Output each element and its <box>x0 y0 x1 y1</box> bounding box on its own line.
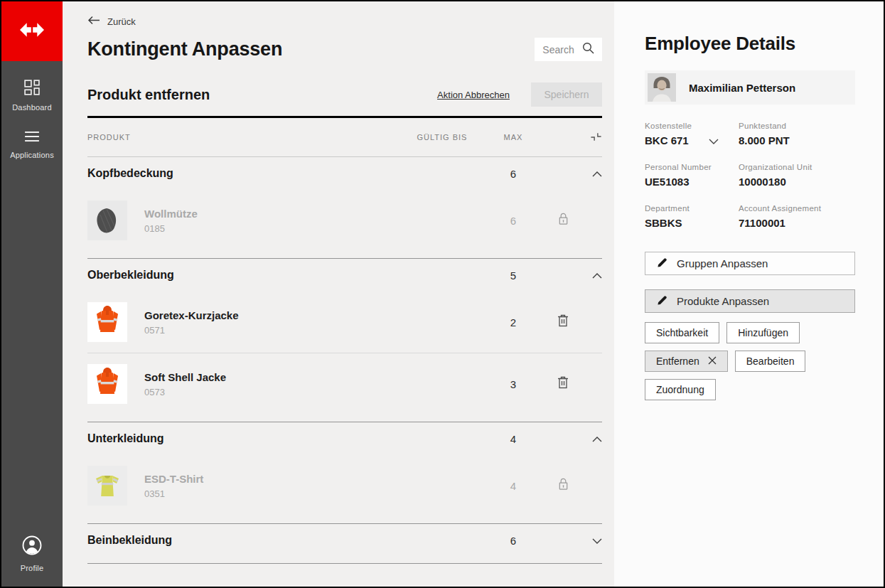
product-code: 0351 <box>144 488 203 499</box>
sbb-logo[interactable] <box>1 1 63 61</box>
section-header: Produkt entfernen Aktion Abbrechen Speic… <box>87 82 602 118</box>
product-image-wollmuetze <box>87 201 127 240</box>
zuordnung-button[interactable]: Zuordnung <box>645 379 716 400</box>
product-group-kopfbedeckung: Kopfbedeckung 6 Wollm <box>87 157 602 258</box>
sidebar-item-dashboard[interactable]: Dashboard <box>12 80 52 112</box>
pencil-icon <box>657 257 667 270</box>
product-max-value: 3 <box>485 378 542 390</box>
group-name: Beinbekleidung <box>87 534 399 547</box>
applications-icon <box>24 130 40 146</box>
group-name: Oberbekleidung <box>87 269 399 282</box>
back-link[interactable]: Zurück <box>87 16 136 27</box>
group-header[interactable]: Kopfbedeckung 6 <box>87 157 602 190</box>
search-icon <box>582 42 594 57</box>
produkte-anpassen-button[interactable]: Produkte Anpassen <box>645 289 855 313</box>
field-organizational-unit: Organizational Unit 10000180 <box>739 163 855 188</box>
gruppen-anpassen-button[interactable]: Gruppen Anpassen <box>645 252 855 275</box>
group-header[interactable]: Unterkleidung 4 <box>87 422 602 455</box>
chevron-down-icon[interactable] <box>709 134 719 146</box>
product-code: 0573 <box>144 387 226 397</box>
group-name: Unterkleidung <box>87 432 399 445</box>
product-name: ESD-T-Shirt <box>144 473 203 485</box>
avatar <box>648 73 676 102</box>
product-group-oberbekleidung: Oberbekleidung 5 <box>87 258 602 422</box>
field-kostenstelle: Kostenstelle BKC 671 <box>645 122 739 146</box>
back-arrow-icon <box>87 16 100 27</box>
section-title: Produkt entfernen <box>87 87 210 103</box>
page-title: Kontingent Anpassen <box>87 38 282 60</box>
table-header: PRODUKT GÜLTIG BIS MAX <box>87 118 602 157</box>
sidebar-item-profile[interactable]: Profile <box>21 535 44 572</box>
group-max-value: 5 <box>485 269 542 282</box>
main-panel: Zurück Kontingent Anpassen Search Produk… <box>63 1 614 587</box>
cancel-action-link[interactable]: Aktion Abbrechen <box>437 90 510 100</box>
collapse-all-icon[interactable] <box>590 131 602 144</box>
sidebar-item-label: Dashboard <box>12 103 52 112</box>
field-account-assignement: Account Assignement 71100001 <box>739 204 855 229</box>
product-max-value: 6 <box>485 215 542 227</box>
product-row: Soft Shell Jacke 0573 3 <box>87 353 602 415</box>
chevron-down-icon[interactable] <box>592 534 602 547</box>
field-department: Department SBBKS <box>645 204 739 229</box>
sidebar-item-label: Profile <box>21 564 44 572</box>
product-group-beinbekleidung: Beinbekleidung 6 <box>87 523 602 564</box>
product-image-goretex-kurzjacke <box>87 302 127 342</box>
employee-fields: Kostenstelle BKC 671 Punktestand 8.000 P… <box>645 122 855 229</box>
profile-icon <box>21 535 43 559</box>
employee-actions: Gruppen Anpassen Produkte Anpassen Sicht… <box>645 252 855 407</box>
product-max-value: 2 <box>485 316 542 328</box>
product-name: Wollmütze <box>144 208 198 220</box>
group-name: Kopfbedeckung <box>87 167 399 180</box>
field-personal-number: Personal Number UE51083 <box>645 163 739 188</box>
search-label: Search <box>542 44 574 55</box>
product-image-esd-t-shirt <box>87 466 127 506</box>
trash-icon[interactable] <box>542 376 584 392</box>
search-box[interactable]: Search <box>535 38 602 61</box>
entfernen-button[interactable]: Entfernen <box>645 351 728 372</box>
sbb-arrows-icon <box>20 23 44 40</box>
pencil-icon <box>657 295 667 308</box>
sidebar-item-applications[interactable]: Applications <box>10 130 54 159</box>
sidebar: Dashboard Applications Profile <box>1 1 63 587</box>
dashboard-icon <box>24 80 40 98</box>
employee-name: Maximilian Petterson <box>689 82 795 94</box>
employee-details-title: Employee Details <box>645 33 855 55</box>
employee-details-panel: Employee Details Maximilian Petterson Ko… <box>614 1 884 587</box>
product-max-value: 4 <box>485 480 542 492</box>
product-row: Wollmütze 0185 6 <box>87 190 602 251</box>
chevron-up-icon[interactable] <box>592 432 602 445</box>
sidebar-item-label: Applications <box>10 151 54 159</box>
product-row: ESD-T-Shirt 0351 4 <box>87 455 602 516</box>
chevron-up-icon[interactable] <box>592 269 602 282</box>
product-code: 0571 <box>144 325 239 336</box>
save-button[interactable]: Speichern <box>531 82 602 107</box>
back-label: Zurück <box>107 16 136 27</box>
product-row: Goretex-Kurzjacke 0571 2 <box>87 292 602 353</box>
sichtbarkeit-button[interactable]: Sichtbarkeit <box>645 322 719 343</box>
column-header-gueltig-bis: GÜLTIG BIS <box>399 133 485 141</box>
product-group-unterkleidung: Unterkleidung 4 <box>87 422 602 523</box>
product-name: Goretex-Kurzjacke <box>144 309 239 321</box>
group-max-value: 4 <box>485 433 542 445</box>
close-icon[interactable] <box>708 356 717 367</box>
column-header-max: MAX <box>485 133 542 141</box>
employee-card: Maximilian Petterson <box>645 70 855 105</box>
group-header[interactable]: Oberbekleidung 5 <box>87 259 602 292</box>
trash-icon[interactable] <box>542 314 584 330</box>
product-name: Soft Shell Jacke <box>144 371 226 383</box>
group-max-value: 6 <box>485 168 542 180</box>
chevron-up-icon[interactable] <box>592 167 602 180</box>
product-code: 0185 <box>144 223 198 234</box>
field-punktestand: Punktestand 8.000 PNT <box>739 122 855 146</box>
product-image-soft-shell-jacke <box>87 364 127 404</box>
app-window: Dashboard Applications Profile <box>0 0 885 588</box>
column-header-produkt: PRODUKT <box>87 133 399 141</box>
lock-icon <box>542 212 584 229</box>
lock-icon <box>542 477 584 494</box>
group-max-value: 6 <box>485 535 542 547</box>
hinzufuegen-button[interactable]: Hinzufügen <box>726 322 800 343</box>
bearbeiten-button[interactable]: Bearbeiten <box>735 351 806 372</box>
group-header[interactable]: Beinbekleidung 6 <box>87 524 602 557</box>
